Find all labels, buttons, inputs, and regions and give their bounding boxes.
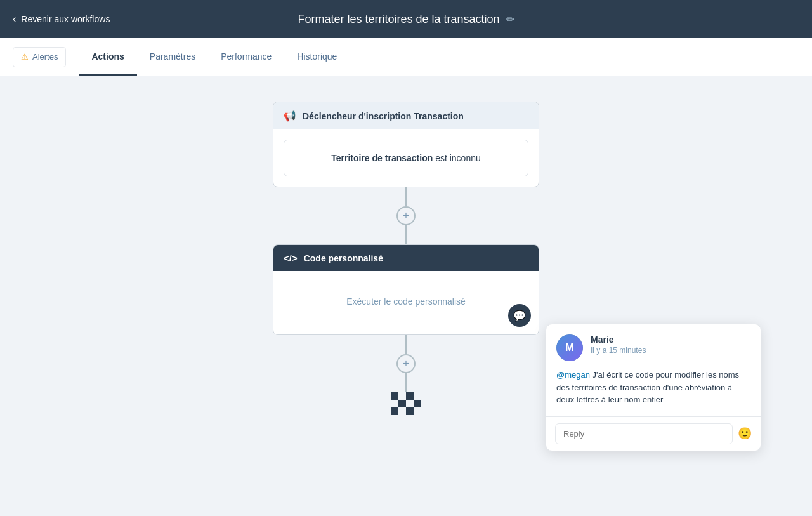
trigger-header: 📢 Déclencheur d'inscription Transaction (273, 102, 539, 129)
connector-2: + (396, 335, 416, 392)
edit-icon[interactable]: ✏ (506, 13, 514, 25)
back-label: Revenir aux workflows (21, 14, 110, 24)
workflow-container: 📢 Déclencheur d'inscription Transaction … (273, 102, 539, 491)
trigger-card[interactable]: 📢 Déclencheur d'inscription Transaction … (273, 102, 539, 187)
back-arrow-icon: ‹ (13, 13, 16, 25)
back-link[interactable]: ‹ Revenir aux workflows (13, 13, 110, 25)
top-navigation: ‹ Revenir aux workflows Formater les ter… (0, 0, 812, 38)
trigger-body: Territoire de transaction est inconnu (273, 129, 539, 187)
comment-bubble-button[interactable]: 💬 (508, 304, 531, 327)
comment-popup: M Marie Il y a 15 minutes @megan J'ai éc… (546, 324, 761, 451)
comment-author: Marie (591, 334, 750, 345)
connector-line-3 (405, 335, 407, 354)
tabs-container: Actions Paramètres Performance Historiqu… (79, 38, 350, 76)
code-body: Exécuter le code personnalisé (273, 271, 539, 334)
alerts-button[interactable]: ⚠ Alertes (13, 47, 66, 67)
alert-icon: ⚠ (21, 52, 29, 62)
comment-header: M Marie Il y a 15 minutes (546, 324, 761, 369)
tab-parametres[interactable]: Paramètres (137, 39, 208, 76)
page-title: Formater les territoires de la transacti… (298, 13, 514, 26)
avatar: M (556, 334, 583, 361)
connector-1: + (396, 187, 416, 244)
code-header: </> Code personnalisé (273, 245, 539, 271)
connector-line-4 (405, 373, 407, 392)
comment-meta: Marie Il y a 15 minutes (591, 334, 750, 355)
tab-bar: ⚠ Alertes Actions Paramètres Performance… (0, 38, 812, 76)
connector-line (405, 187, 407, 206)
tab-historique[interactable]: Historique (284, 39, 350, 76)
code-card[interactable]: </> Code personnalisé Exécuter le code p… (273, 244, 539, 335)
emoji-button[interactable]: 🙂 (738, 427, 752, 440)
connector-line-2 (405, 225, 407, 244)
trigger-icon: 📢 (284, 110, 296, 122)
comment-bubble-icon: 💬 (513, 310, 526, 322)
code-icon: </> (284, 253, 298, 263)
comment-mention: @megan (556, 370, 590, 380)
tab-performance[interactable]: Performance (208, 39, 284, 76)
comment-time: Il y a 15 minutes (591, 346, 750, 355)
reply-box: 🙂 (546, 416, 761, 451)
add-step-button-2[interactable]: + (396, 354, 416, 373)
comment-text: @megan J'ai écrit ce code pour modifier … (546, 369, 761, 416)
workflow-canvas: 📢 Déclencheur d'inscription Transaction … (0, 76, 812, 516)
finish-flag (391, 392, 421, 415)
tab-actions[interactable]: Actions (79, 39, 136, 76)
condition-box: Territoire de transaction est inconnu (284, 140, 528, 176)
add-step-button-1[interactable]: + (396, 206, 416, 225)
reply-input[interactable] (555, 423, 733, 444)
